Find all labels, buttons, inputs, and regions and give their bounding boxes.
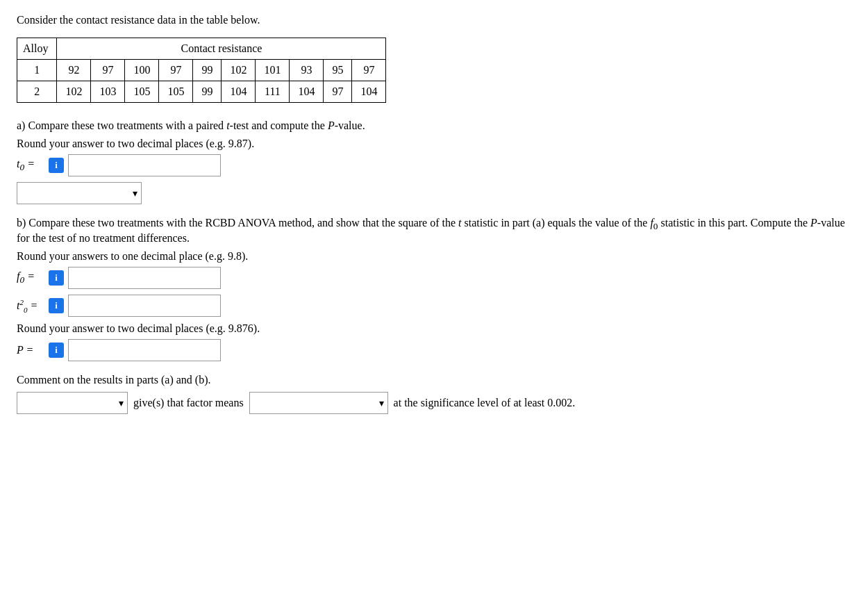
part-b-round-note1: Round your answers to one decimal place … — [17, 250, 851, 263]
alloy-1-v6: 102 — [222, 60, 256, 81]
part-b-section: b) Compare these two treatments with the… — [17, 217, 851, 361]
t0sq-input[interactable] — [68, 295, 221, 317]
alloy-1-v1: 92 — [57, 60, 91, 81]
part-a-dropdown-wrapper[interactable] — [17, 182, 142, 204]
part-a-section: a) Compare these two treatments with a p… — [17, 119, 851, 204]
part-c-dropdown1-wrapper[interactable] — [17, 392, 128, 414]
alloy-2-v4: 105 — [159, 81, 193, 103]
alloy-1-v9: 95 — [324, 60, 352, 81]
f0-field-row: f0 = i — [17, 267, 851, 289]
intro-text: Consider the contact resistance data in … — [17, 14, 851, 26]
t0-info-badge: i — [49, 158, 64, 173]
contact-resistance-header: Contact resistance — [57, 38, 386, 60]
P-label: P = — [17, 344, 44, 356]
t0sq-label: t20 = — [17, 298, 44, 314]
alloy-2-v9: 97 — [324, 81, 352, 103]
data-table: Alloy Contact resistance 1 92 97 100 97 … — [17, 38, 386, 103]
part-a-round-note: Round your answer to two decimal places … — [17, 138, 851, 150]
part-c-middle-text: give(s) that factor means — [133, 397, 244, 409]
f0-label: f0 = — [17, 270, 44, 286]
alloy-2-v2: 103 — [91, 81, 125, 103]
part-a-dropdown-row — [17, 182, 851, 204]
part-a-label: a) Compare these two treatments with a p… — [17, 119, 851, 132]
alloy-header: Alloy — [17, 38, 57, 60]
alloy-2-label: 2 — [17, 81, 57, 103]
P-info-badge: i — [49, 343, 64, 358]
t0-label: t0 = — [17, 158, 44, 173]
alloy-2-v8: 104 — [290, 81, 324, 103]
f0-info-badge: i — [49, 270, 64, 286]
part-b-label: b) Compare these two treatments with the… — [17, 217, 851, 245]
part-c-dropdown1[interactable] — [17, 392, 128, 414]
alloy-2-v3: 105 — [125, 81, 159, 103]
t0-field-row: t0 = i — [17, 154, 851, 176]
alloy-2-v5: 99 — [193, 81, 222, 103]
alloy-2-v6: 104 — [222, 81, 256, 103]
alloy-1-v3: 100 — [125, 60, 159, 81]
part-c-comment-row: give(s) that factor means at the signifi… — [17, 392, 851, 414]
t0sq-info-badge: i — [49, 298, 64, 313]
t0sq-field-row: t20 = i — [17, 295, 851, 317]
alloy-2-v7: 111 — [256, 81, 290, 103]
part-c-section: Comment on the results in parts (a) and … — [17, 374, 851, 414]
t0-input[interactable] — [68, 154, 221, 176]
alloy-1-v8: 93 — [290, 60, 324, 81]
alloy-2-v1: 102 — [57, 81, 91, 103]
alloy-1-v2: 97 — [91, 60, 125, 81]
part-c-dropdown2-wrapper[interactable] — [249, 392, 388, 414]
part-c-label: Comment on the results in parts (a) and … — [17, 374, 851, 386]
alloy-1-v10: 97 — [352, 60, 386, 81]
part-c-dropdown2[interactable] — [249, 392, 388, 414]
part-c-end-text: at the significance level of at least 0.… — [394, 397, 576, 409]
P-input[interactable] — [68, 339, 221, 361]
part-a-dropdown[interactable] — [17, 182, 142, 204]
alloy-1-label: 1 — [17, 60, 57, 81]
alloy-1-v7: 101 — [256, 60, 290, 81]
f0-input[interactable] — [68, 267, 221, 289]
P-field-row: P = i — [17, 339, 851, 361]
alloy-2-v10: 104 — [352, 81, 386, 103]
alloy-1-v4: 97 — [159, 60, 193, 81]
alloy-1-v5: 99 — [193, 60, 222, 81]
part-b-round-note2: Round your answer to two decimal places … — [17, 322, 851, 335]
